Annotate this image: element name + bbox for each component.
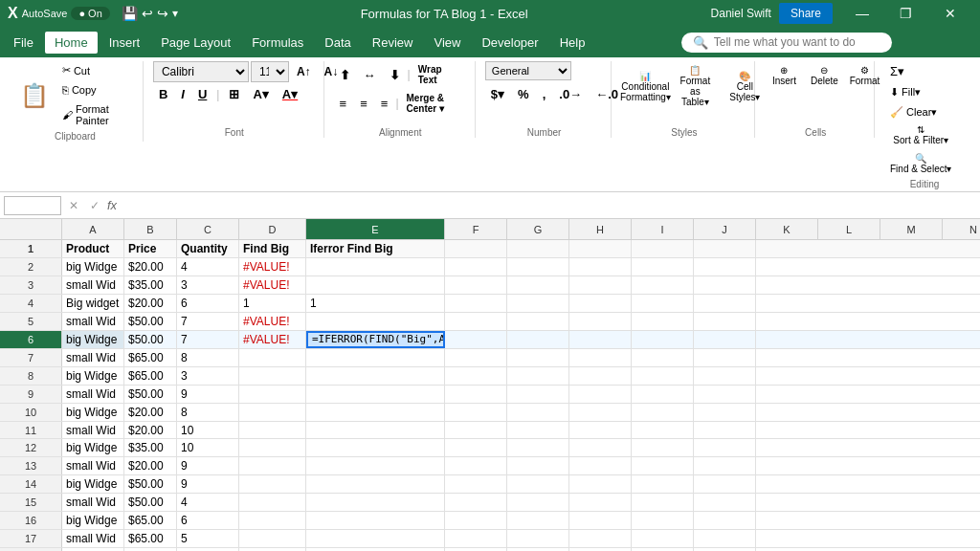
col-header-n[interactable]: N <box>943 219 980 239</box>
cell-e6[interactable]: =IFERROR(FIND("Big",A6,1),"") <box>306 331 445 348</box>
cell-g12[interactable] <box>507 439 569 456</box>
cell-j14[interactable] <box>694 475 756 493</box>
cell-h17[interactable] <box>569 530 632 547</box>
cell-d8[interactable] <box>239 367 306 385</box>
col-header-d[interactable]: D <box>239 219 306 239</box>
col-header-g[interactable]: G <box>507 219 569 239</box>
menu-insert[interactable]: Insert <box>100 32 150 54</box>
cell-i2[interactable] <box>632 258 694 276</box>
save-icon[interactable]: 💾 <box>122 6 138 21</box>
autosave-toggle[interactable]: ● On <box>71 7 109 20</box>
cell-i17[interactable] <box>632 530 694 547</box>
cell-i16[interactable] <box>632 512 694 529</box>
cell-d10[interactable] <box>239 404 306 421</box>
cell-g3[interactable] <box>507 276 569 294</box>
cell-d7[interactable] <box>239 349 306 366</box>
row-header-1[interactable]: 1 <box>0 240 62 257</box>
cell-c8[interactable]: 3 <box>177 367 239 385</box>
cell-f6[interactable] <box>445 331 507 348</box>
row-header-4[interactable]: 4 <box>0 295 62 312</box>
find-select-button[interactable]: 🔍 Find & Select▾ <box>884 150 957 177</box>
delete-button[interactable]: ⊖ Delete <box>805 61 843 90</box>
cell-h12[interactable] <box>569 439 632 456</box>
cell-a4[interactable]: Big widget <box>62 295 124 312</box>
cell-i5[interactable] <box>632 313 694 330</box>
restore-button[interactable]: ❐ <box>884 0 928 27</box>
cell-j4[interactable] <box>694 295 756 312</box>
cell-j17[interactable] <box>694 530 756 547</box>
undo-icon[interactable]: ↩ <box>142 6 153 21</box>
cell-b15[interactable]: $50.00 <box>124 494 177 511</box>
comma-button[interactable]: , <box>537 84 552 104</box>
cell-b11[interactable]: $20.00 <box>124 422 177 439</box>
cell-g8[interactable] <box>507 367 569 385</box>
cell-i8[interactable] <box>632 367 694 385</box>
cell-c11[interactable]: 10 <box>177 422 239 439</box>
cell-c5[interactable]: 7 <box>177 313 239 330</box>
cell-h10[interactable] <box>569 404 632 421</box>
cell-e1[interactable]: Iferror Find Big <box>306 240 445 257</box>
formula-input[interactable]: =IFERROR(FIND("Big",A6,1),"") <box>121 197 976 214</box>
menu-formulas[interactable]: Formulas <box>242 32 313 54</box>
col-header-a[interactable]: A <box>62 219 124 239</box>
cell-e3[interactable] <box>306 276 445 294</box>
cell-h3[interactable] <box>569 276 632 294</box>
menu-developer[interactable]: Developer <box>472 32 547 54</box>
cell-i3[interactable] <box>632 276 694 294</box>
cell-h1[interactable] <box>569 240 632 257</box>
cell-g9[interactable] <box>507 386 569 403</box>
cell-a12[interactable]: big Widge <box>62 439 124 456</box>
cell-e8[interactable] <box>306 367 445 385</box>
font-grow-button[interactable]: A↑ <box>291 62 317 81</box>
cell-f5[interactable] <box>445 313 507 330</box>
sort-filter-button[interactable]: ⇅ Sort & Filter▾ <box>884 121 957 148</box>
number-format-select[interactable]: General <box>485 61 571 80</box>
cell-a15[interactable]: small Wid <box>62 494 124 511</box>
cell-i1[interactable] <box>632 240 694 257</box>
align-top-button[interactable]: ⬆ <box>334 65 356 85</box>
cell-reference-box[interactable]: SUM <box>4 196 61 215</box>
cell-c12[interactable]: 10 <box>177 439 239 456</box>
cell-e16[interactable] <box>306 512 445 529</box>
row-header-5[interactable]: 5 <box>0 313 62 330</box>
col-header-h[interactable]: H <box>569 219 632 239</box>
format-as-table-button[interactable]: 📋 Format as Table▾ <box>671 61 719 111</box>
close-button[interactable]: ✕ <box>928 0 972 27</box>
row-header-7[interactable]: 7 <box>0 349 62 366</box>
cell-b12[interactable]: $35.00 <box>124 439 177 456</box>
cell-a10[interactable]: big Widge <box>62 404 124 421</box>
insert-button[interactable]: ⊕ Insert <box>765 61 803 90</box>
cell-j7[interactable] <box>694 349 756 366</box>
conditional-formatting-button[interactable]: 📊 Conditional Formatting▾ <box>621 67 669 106</box>
fill-color-button[interactable]: A▾ <box>247 84 274 104</box>
row-header-8[interactable]: 8 <box>0 367 62 385</box>
cell-g6[interactable] <box>507 331 569 348</box>
cell-f4[interactable] <box>445 295 507 312</box>
cell-f10[interactable] <box>445 404 507 421</box>
col-header-j[interactable]: J <box>694 219 756 239</box>
cell-g15[interactable] <box>507 494 569 511</box>
cell-c3[interactable]: 3 <box>177 276 239 294</box>
italic-button[interactable]: I <box>175 84 190 104</box>
row-header-12[interactable]: 12 <box>0 439 62 456</box>
cell-j15[interactable] <box>694 494 756 511</box>
cell-a11[interactable]: small Wid <box>62 422 124 439</box>
cell-f1[interactable] <box>445 240 507 257</box>
cell-g13[interactable] <box>507 457 569 474</box>
cell-a1[interactable]: Product <box>62 240 124 257</box>
cell-j9[interactable] <box>694 386 756 403</box>
cell-a9[interactable]: small Wid <box>62 386 124 403</box>
cell-a5[interactable]: small Wid <box>62 313 124 330</box>
font-name-select[interactable]: Calibri <box>153 61 249 82</box>
cell-f8[interactable] <box>445 367 507 385</box>
cell-f14[interactable] <box>445 475 507 493</box>
cell-e11[interactable] <box>306 422 445 439</box>
cell-a13[interactable]: small Wid <box>62 457 124 474</box>
cell-d2[interactable]: #VALUE! <box>239 258 306 276</box>
cell-b2[interactable]: $20.00 <box>124 258 177 276</box>
cell-j5[interactable] <box>694 313 756 330</box>
merge-center-button[interactable]: Merge & Center ▾ <box>401 90 467 117</box>
cell-d4[interactable]: 1 <box>239 295 306 312</box>
cell-b10[interactable]: $20.00 <box>124 404 177 421</box>
percent-button[interactable]: % <box>512 84 535 104</box>
